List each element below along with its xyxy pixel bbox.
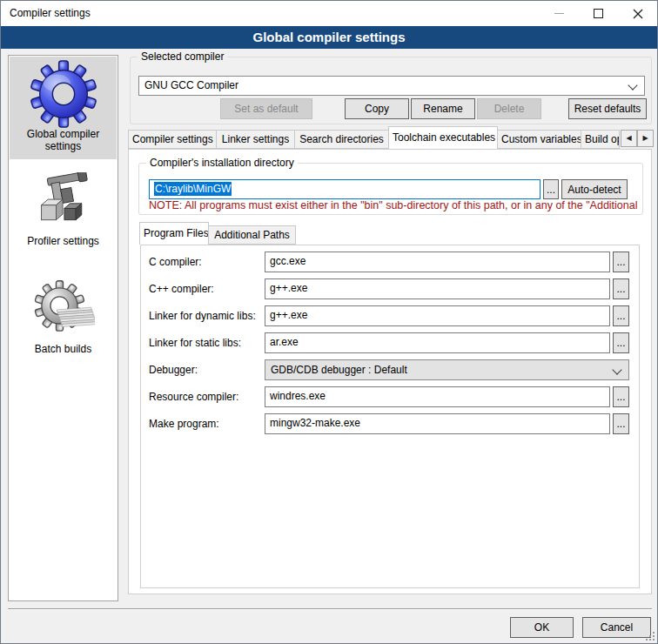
c-compiler-input[interactable]: gcc.exe <box>265 252 610 272</box>
field-row-linker-static: Linker for static libs: ar.exe ... <box>149 332 629 353</box>
field-label: Debugger: <box>149 359 198 380</box>
reset-defaults-button[interactable]: Reset defaults <box>568 98 647 119</box>
minimize-icon <box>554 13 564 14</box>
tab-additional-paths[interactable]: Additional Paths <box>209 225 296 245</box>
debugger-select-value: GDB/CDB debugger : Default <box>271 364 407 376</box>
tab-toolchain-executables[interactable]: Toolchain executables <box>388 126 498 149</box>
cancel-button[interactable]: Cancel <box>582 617 651 638</box>
resource-compiler-browse-button[interactable]: ... <box>613 386 629 407</box>
gray-gear-stack-icon <box>32 280 95 338</box>
auto-detect-button[interactable]: Auto-detect <box>561 179 628 199</box>
sidebar-item-global-compiler-settings[interactable]: Global compiler settings <box>10 57 117 159</box>
field-row-linker-dynamic: Linker for dynamic libs: g++.exe ... <box>149 305 629 326</box>
field-row-resource-compiler: Resource compiler: windres.exe ... <box>149 386 629 407</box>
resize-grip[interactable] <box>644 630 655 641</box>
close-icon <box>633 9 643 19</box>
compiler-select[interactable]: GNU GCC Compiler <box>138 76 645 96</box>
installation-directory-input[interactable]: C:\raylib\MinGW <box>149 179 540 199</box>
tab-custom-variables[interactable]: Custom variables <box>498 130 581 149</box>
page-title: Global compiler settings <box>1 26 657 49</box>
maximize-button[interactable] <box>579 1 618 26</box>
linker-static-browse-button[interactable]: ... <box>613 332 629 353</box>
field-label: Resource compiler: <box>149 386 238 407</box>
installation-directory-group-label: Compiler's installation directory <box>146 157 298 170</box>
copy-button[interactable]: Copy <box>345 98 409 119</box>
settings-category-list: Global compiler settings Profiler settin… <box>8 55 118 601</box>
chevron-down-icon <box>612 365 621 374</box>
caliper-icon <box>35 172 92 230</box>
sidebar-item-profiler-settings[interactable]: Profiler settings <box>10 167 117 261</box>
installation-directory-browse-button[interactable]: ... <box>543 179 559 199</box>
rename-button[interactable]: Rename <box>411 98 475 119</box>
debugger-select[interactable]: GDB/CDB debugger : Default <box>265 359 629 380</box>
c-compiler-browse-button[interactable]: ... <box>613 252 629 272</box>
close-button[interactable] <box>618 1 657 26</box>
field-label: Linker for static libs: <box>149 332 241 353</box>
resource-compiler-input[interactable]: windres.exe <box>265 386 610 407</box>
tab-build-options[interactable]: Build options <box>581 130 620 149</box>
ok-button[interactable]: OK <box>510 617 574 638</box>
tab-search-directories[interactable]: Search directories <box>295 130 389 149</box>
make-program-input[interactable]: mingw32-make.exe <box>265 413 610 434</box>
title-bar[interactable]: Compiler settings <box>1 1 657 26</box>
selected-compiler-group-label: Selected compiler <box>138 50 227 64</box>
tab-compiler-settings[interactable]: Compiler settings <box>128 130 217 149</box>
tab-program-files[interactable]: Program Files <box>139 222 209 245</box>
field-label: Make program: <box>149 413 219 434</box>
field-label: C compiler: <box>149 252 202 272</box>
make-program-browse-button[interactable]: ... <box>613 413 629 434</box>
field-label: Linker for dynamic libs: <box>149 305 256 326</box>
tab-linker-settings[interactable]: Linker settings <box>217 130 295 149</box>
window-title: Compiler settings <box>10 1 91 26</box>
field-row-make-program: Make program: mingw32-make.exe ... <box>149 413 629 434</box>
settings-tab-strip: Compiler settings Linker settings Search… <box>128 126 620 149</box>
linker-dynamic-browse-button[interactable]: ... <box>613 305 629 326</box>
linker-static-input[interactable]: ar.exe <box>265 332 610 353</box>
linker-dynamic-input[interactable]: g++.exe <box>265 305 610 326</box>
bin-subdirectory-note: NOTE: All programs must exist either in … <box>149 199 650 211</box>
delete-button: Delete <box>477 98 541 119</box>
sidebar-item-label: Batch builds <box>33 343 93 355</box>
sidebar-item-label: Profiler settings <box>25 235 101 247</box>
compiler-select-value: GNU GCC Compiler <box>144 79 238 91</box>
installation-directory-value: C:\raylib\MinGW <box>154 182 232 196</box>
field-label: C++ compiler: <box>149 278 214 299</box>
tab-scroll-right-button[interactable]: ▶ <box>637 130 654 147</box>
chevron-down-icon <box>628 80 637 90</box>
sidebar-item-batch-builds[interactable]: Batch builds <box>10 275 117 369</box>
maximize-icon <box>594 9 603 18</box>
caption-buttons <box>540 1 657 26</box>
field-row-debugger: Debugger: GDB/CDB debugger : Default <box>149 359 629 380</box>
blue-gear-icon <box>30 60 97 128</box>
sidebar-item-label: Global compiler settings <box>10 128 117 152</box>
tab-scroll-left-button[interactable]: ◀ <box>621 130 637 147</box>
compiler-settings-dialog: Compiler settings Global compiler settin… <box>0 0 658 644</box>
minimize-button <box>540 1 579 26</box>
set-as-default-button: Set as default <box>220 98 312 119</box>
program-files-tab-strip: Program Files Additional Paths <box>140 222 296 245</box>
field-row-c-compiler: C compiler: gcc.exe ... <box>149 252 629 272</box>
cpp-compiler-input[interactable]: g++.exe <box>265 278 610 299</box>
cpp-compiler-browse-button[interactable]: ... <box>613 278 629 299</box>
footer-divider <box>8 608 652 609</box>
field-row-cpp-compiler: C++ compiler: g++.exe ... <box>149 278 629 299</box>
